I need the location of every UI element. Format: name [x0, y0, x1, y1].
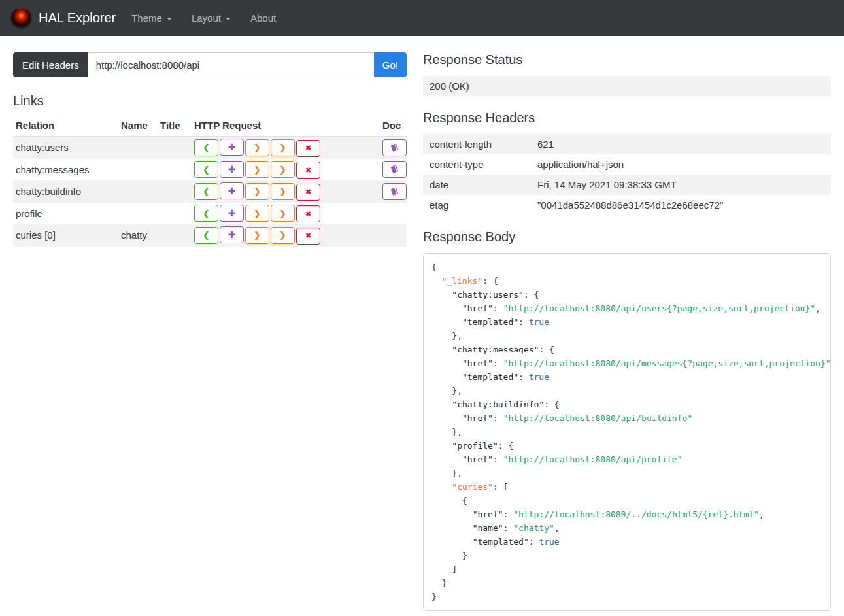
column-header-http-request: HTTP Request: [192, 116, 380, 137]
hal-9000-logo-icon: [10, 7, 32, 29]
get-request-button[interactable]: ❮: [194, 139, 218, 156]
relation-cell: curies [0]: [13, 224, 118, 247]
nav-item-label: Layout: [192, 12, 221, 24]
delete-request-button[interactable]: ✖: [296, 184, 320, 201]
header-name: content-length: [423, 134, 531, 154]
code-line: },: [431, 425, 822, 439]
code-line: "templated": true: [431, 370, 822, 384]
code-line: }: [431, 590, 822, 604]
chevron-right-icon: ❯: [254, 209, 261, 218]
code-line: "_links": {: [431, 274, 822, 288]
put-request-button[interactable]: ❯: [245, 183, 269, 200]
book-icon: [390, 187, 399, 196]
code-line: ]: [431, 562, 822, 576]
patch-request-button[interactable]: ❯: [271, 205, 295, 222]
chevron-right-icon: ❯: [254, 165, 261, 174]
book-icon: [390, 143, 399, 152]
header-name: etag: [423, 195, 531, 215]
code-line: "href": "http://localhost:8080/api/messa…: [431, 356, 822, 370]
navbar-brand[interactable]: HAL Explorer: [10, 7, 116, 29]
get-request-button[interactable]: ❮: [194, 227, 218, 244]
get-request-button[interactable]: ❮: [194, 161, 218, 178]
chevron-down-icon: [167, 18, 172, 20]
doc-cell: [380, 224, 407, 247]
delete-request-button[interactable]: ✖: [296, 205, 320, 222]
code-line: "href": "http://localhost:8080/api/profi…: [431, 453, 822, 466]
delete-request-button[interactable]: ✖: [296, 162, 320, 179]
post-request-button[interactable]: ✚: [220, 139, 244, 156]
code-line: "profile": {: [431, 439, 822, 453]
patch-request-button[interactable]: ❯: [271, 161, 295, 178]
doc-button[interactable]: [382, 139, 407, 156]
x-icon: ✖: [305, 188, 311, 196]
relation-cell: profile: [13, 203, 118, 225]
right-column: Response Status 200 (OK) Response Header…: [423, 52, 831, 616]
links-table-body: chatty:users❮✚❯❯✖chatty:messages❮✚❯❯✖cha…: [13, 137, 407, 247]
nav-item-theme[interactable]: Theme: [131, 12, 172, 24]
chevron-down-icon: [226, 18, 231, 20]
name-cell: [118, 137, 158, 159]
get-request-button[interactable]: ❮: [194, 205, 218, 222]
delete-request-button[interactable]: ✖: [296, 140, 320, 157]
chevron-right-icon: ❯: [279, 231, 286, 239]
nav-item-layout[interactable]: Layout: [192, 12, 231, 24]
title-cell: [158, 159, 192, 181]
book-icon: [390, 165, 399, 174]
header-value: application/hal+json: [531, 154, 831, 175]
patch-request-button[interactable]: ❯: [271, 227, 295, 244]
code-line: }: [431, 549, 822, 562]
nav-item-about[interactable]: About: [250, 12, 276, 24]
doc-button[interactable]: [382, 183, 407, 200]
doc-cell: [380, 137, 407, 159]
column-header-doc: Doc: [380, 116, 407, 137]
post-request-button[interactable]: ✚: [220, 226, 244, 243]
x-icon: ✖: [305, 145, 311, 152]
url-input[interactable]: [88, 52, 374, 77]
request-bar: Edit Headers Go!: [13, 52, 407, 77]
http-request-cell: ❮✚❯❯✖: [192, 137, 380, 159]
response-status-value: 200 (OK): [423, 76, 831, 96]
relation-cell: chatty:buildinfo: [13, 180, 118, 203]
main-content: Edit Headers Go! Links RelationNameTitle…: [0, 36, 844, 616]
response-body-code: { "_links": { "chatty:users": { "href": …: [423, 253, 831, 611]
code-line: "curies": [: [431, 480, 822, 494]
post-request-button[interactable]: ✚: [220, 182, 244, 199]
edit-headers-button[interactable]: Edit Headers: [13, 52, 88, 77]
code-line: "chatty:buildinfo": {: [431, 398, 822, 411]
response-header-row: dateFri, 14 May 2021 09:38:33 GMT: [423, 175, 831, 195]
title-cell: [158, 203, 192, 225]
go-button[interactable]: Go!: [374, 52, 407, 77]
response-header-row: etag"0041da552488d86e31454d1c2e68eec72": [423, 195, 831, 215]
put-request-button[interactable]: ❯: [245, 205, 269, 222]
patch-request-button[interactable]: ❯: [271, 139, 295, 156]
put-request-button[interactable]: ❯: [245, 139, 269, 156]
delete-request-button[interactable]: ✖: [296, 228, 320, 245]
title-cell: [158, 180, 192, 203]
chevron-left-icon: ❮: [203, 209, 210, 218]
links-section-title: Links: [13, 94, 407, 109]
post-request-button[interactable]: ✚: [220, 205, 244, 222]
response-headers-body: content-length621content-typeapplication…: [423, 134, 831, 215]
chevron-right-icon: ❯: [279, 209, 286, 218]
doc-button[interactable]: [382, 161, 407, 178]
link-row: profile❮✚❯❯✖: [13, 203, 407, 225]
doc-cell: [380, 159, 407, 181]
http-request-cell: ❮✚❯❯✖: [192, 159, 380, 181]
code-line: {: [431, 260, 822, 274]
post-request-button[interactable]: ✚: [220, 161, 244, 178]
doc-cell: [380, 180, 407, 203]
column-header-title: Title: [158, 116, 192, 137]
patch-request-button[interactable]: ❯: [271, 183, 295, 200]
relation-cell: chatty:messages: [13, 159, 118, 181]
chevron-right-icon: ❯: [279, 165, 286, 174]
response-header-row: content-length621: [423, 134, 831, 154]
put-request-button[interactable]: ❯: [245, 161, 269, 178]
x-icon: ✖: [305, 211, 311, 218]
links-table: RelationNameTitleHTTP RequestDoc chatty:…: [13, 116, 407, 247]
put-request-button[interactable]: ❯: [245, 227, 269, 244]
get-request-button[interactable]: ❮: [194, 183, 218, 200]
header-value: Fri, 14 May 2021 09:38:33 GMT: [531, 175, 831, 195]
code-line: },: [431, 329, 822, 343]
plus-icon: ✚: [228, 143, 236, 152]
title-cell: [158, 224, 192, 247]
